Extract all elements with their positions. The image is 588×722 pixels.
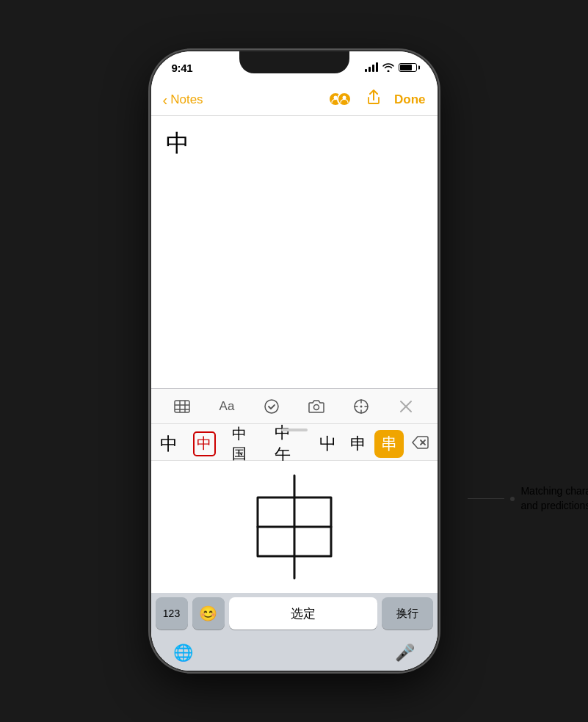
handwriting-strokes [151, 461, 438, 593]
signal-icon [365, 63, 378, 72]
table-icon [174, 400, 190, 413]
format-button[interactable]: Aa [212, 393, 242, 420]
close-icon [399, 400, 413, 413]
suggestion-item-zhong-red[interactable]: 中 [186, 429, 223, 459]
key-emoji-button[interactable]: 😊 [192, 597, 225, 630]
back-chevron-icon: ‹ [163, 92, 168, 107]
emoji-icon: 😊 [199, 605, 217, 622]
keyboard-dismiss-button[interactable] [391, 393, 421, 420]
note-character: 中 [166, 130, 189, 156]
suggestion-item-shen[interactable]: 申 [344, 430, 373, 458]
sketch-icon [353, 398, 369, 415]
keyboard-function-row: 123 😊 选定 换行 [156, 597, 433, 630]
phone-frame: 9:41 ‹ [151, 51, 438, 671]
keyboard-bottom-row: 🌐 🎤 [156, 634, 433, 671]
notch [239, 51, 349, 73]
status-icons [365, 63, 417, 72]
globe-button[interactable]: 🌐 [167, 637, 200, 669]
keyboard-bottom: 123 😊 选定 换行 🌐 🎤 [151, 593, 438, 671]
key-select-button[interactable]: 选定 [229, 597, 377, 630]
camera-icon [308, 399, 325, 414]
back-button[interactable]: ‹ Notes [163, 92, 203, 107]
note-content-area[interactable]: 中 [151, 116, 438, 388]
main-content: 中 [151, 116, 438, 671]
key-newline-button[interactable]: 换行 [382, 597, 433, 630]
annotation-callout: Matching characters and predictions [468, 484, 588, 513]
suggestion-item-che[interactable]: 屮 [313, 430, 342, 458]
done-button[interactable]: Done [394, 92, 426, 107]
annotation-text: Matching characters and predictions [520, 484, 588, 513]
status-time: 9:41 [172, 62, 193, 74]
share-icon[interactable] [366, 90, 381, 109]
wifi-icon [382, 63, 394, 72]
back-label: Notes [170, 92, 203, 107]
sketch-button[interactable] [346, 393, 376, 420]
svg-rect-2 [175, 401, 189, 412]
svg-point-7 [265, 400, 278, 413]
suggestion-item-zhongguo[interactable]: 中国 [225, 421, 266, 467]
mic-icon: 🎤 [395, 643, 415, 663]
handwriting-canvas[interactable] [151, 461, 438, 593]
globe-icon: 🌐 [173, 643, 193, 663]
table-button[interactable] [167, 393, 197, 420]
key-123-button[interactable]: 123 [156, 597, 188, 630]
checklist-button[interactable] [257, 393, 286, 420]
svg-point-1 [343, 95, 346, 99]
suggestions-row: 中 中 中国 中午 屮 申 串 [151, 424, 438, 461]
mic-button[interactable]: 🎤 [389, 637, 421, 669]
annotation-dot [510, 497, 515, 501]
format-icon: Aa [219, 399, 235, 414]
annotation-line [468, 498, 504, 499]
backspace-button[interactable] [405, 436, 435, 449]
drag-handle [281, 429, 308, 431]
suggestion-item-zhong[interactable]: 中 [154, 429, 185, 459]
suggestion-item-chuan-selected[interactable]: 串 [374, 430, 404, 458]
battery-icon [399, 63, 417, 72]
backspace-icon [411, 436, 429, 449]
toolbar-area: Aa [151, 388, 438, 671]
checklist-icon [264, 398, 280, 415]
nav-bar: ‹ Notes [151, 84, 438, 116]
camera-button[interactable] [302, 393, 331, 420]
svg-point-10 [360, 405, 363, 407]
nav-right-icons: Done [328, 90, 426, 109]
svg-point-8 [314, 404, 319, 409]
collab-icon[interactable] [328, 92, 353, 108]
